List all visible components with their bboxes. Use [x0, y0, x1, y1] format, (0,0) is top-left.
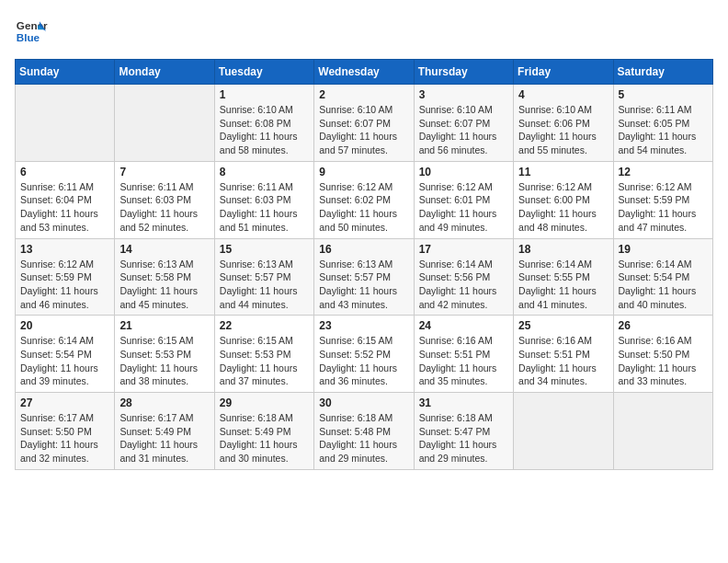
- calendar-cell: [514, 393, 613, 470]
- day-info: Sunrise: 6:10 AMSunset: 6:08 PMDaylight:…: [220, 103, 309, 157]
- day-info: Sunrise: 6:14 AMSunset: 5:54 PMDaylight:…: [619, 258, 708, 312]
- day-info: Sunrise: 6:12 AMSunset: 6:00 PMDaylight:…: [518, 180, 608, 235]
- calendar-cell: 18Sunrise: 6:14 AMSunset: 5:55 PMDayligh…: [514, 238, 613, 316]
- day-number: 13: [20, 243, 109, 256]
- calendar-week-row: 27Sunrise: 6:17 AMSunset: 5:50 PMDayligh…: [16, 393, 713, 470]
- day-number: 21: [119, 319, 209, 332]
- calendar-cell: 31Sunrise: 6:18 AMSunset: 5:47 PMDayligh…: [414, 393, 513, 470]
- calendar-cell: 2Sunrise: 6:10 AMSunset: 6:07 PMDaylight…: [314, 85, 414, 162]
- day-info: Sunrise: 6:14 AMSunset: 5:54 PMDaylight:…: [20, 334, 109, 388]
- weekday-header-wednesday: Wednesday: [314, 60, 414, 85]
- calendar-cell: 30Sunrise: 6:18 AMSunset: 5:48 PMDayligh…: [314, 393, 414, 470]
- day-info: Sunrise: 6:18 AMSunset: 5:47 PMDaylight:…: [419, 411, 508, 465]
- weekday-header-sunday: Sunday: [16, 60, 115, 85]
- calendar-cell: 6Sunrise: 6:11 AMSunset: 6:04 PMDaylight…: [16, 161, 115, 238]
- calendar-cell: [613, 393, 712, 470]
- calendar-cell: 15Sunrise: 6:13 AMSunset: 5:57 PMDayligh…: [214, 238, 313, 316]
- day-number: 2: [319, 88, 408, 101]
- weekday-header-row: SundayMondayTuesdayWednesdayThursdayFrid…: [16, 60, 713, 85]
- day-number: 3: [419, 88, 508, 101]
- calendar-cell: 16Sunrise: 6:13 AMSunset: 5:57 PMDayligh…: [314, 238, 414, 316]
- day-info: Sunrise: 6:12 AMSunset: 6:02 PMDaylight:…: [319, 180, 408, 235]
- day-number: 16: [319, 243, 408, 256]
- day-number: 15: [220, 243, 309, 256]
- day-number: 8: [220, 166, 309, 178]
- day-info: Sunrise: 6:13 AMSunset: 5:57 PMDaylight:…: [319, 258, 408, 312]
- day-number: 18: [518, 243, 608, 256]
- day-number: 10: [419, 166, 508, 178]
- day-info: Sunrise: 6:12 AMSunset: 5:59 PMDaylight:…: [619, 180, 708, 235]
- day-info: Sunrise: 6:15 AMSunset: 5:53 PMDaylight:…: [119, 334, 209, 388]
- day-number: 6: [20, 166, 109, 178]
- day-info: Sunrise: 6:10 AMSunset: 6:07 PMDaylight:…: [419, 103, 508, 157]
- calendar-cell: 12Sunrise: 6:12 AMSunset: 5:59 PMDayligh…: [613, 161, 712, 238]
- day-number: 12: [619, 166, 708, 178]
- calendar-week-row: 20Sunrise: 6:14 AMSunset: 5:54 PMDayligh…: [16, 316, 713, 393]
- logo: General Blue: [15, 15, 48, 48]
- calendar-cell: 23Sunrise: 6:15 AMSunset: 5:52 PMDayligh…: [314, 316, 414, 393]
- weekday-header-thursday: Thursday: [414, 60, 513, 85]
- weekday-header-monday: Monday: [115, 60, 214, 85]
- day-number: 11: [518, 166, 608, 178]
- svg-text:General: General: [17, 19, 48, 31]
- day-number: 27: [20, 396, 109, 409]
- day-info: Sunrise: 6:16 AMSunset: 5:51 PMDaylight:…: [419, 334, 508, 388]
- calendar-cell: 20Sunrise: 6:14 AMSunset: 5:54 PMDayligh…: [16, 316, 115, 393]
- day-number: 19: [619, 243, 708, 256]
- calendar-cell: 14Sunrise: 6:13 AMSunset: 5:58 PMDayligh…: [115, 238, 214, 316]
- calendar-cell: 29Sunrise: 6:18 AMSunset: 5:49 PMDayligh…: [214, 393, 313, 470]
- day-number: 22: [220, 319, 309, 332]
- day-info: Sunrise: 6:15 AMSunset: 5:52 PMDaylight:…: [319, 334, 408, 388]
- calendar-cell: [16, 85, 115, 162]
- calendar-week-row: 13Sunrise: 6:12 AMSunset: 5:59 PMDayligh…: [16, 238, 713, 316]
- page-header: General Blue: [15, 15, 713, 48]
- calendar-cell: 4Sunrise: 6:10 AMSunset: 6:06 PMDaylight…: [514, 85, 613, 162]
- weekday-header-friday: Friday: [514, 60, 613, 85]
- calendar-cell: 22Sunrise: 6:15 AMSunset: 5:53 PMDayligh…: [214, 316, 313, 393]
- day-info: Sunrise: 6:14 AMSunset: 5:56 PMDaylight:…: [419, 258, 508, 312]
- day-number: 4: [518, 88, 608, 101]
- calendar-cell: 9Sunrise: 6:12 AMSunset: 6:02 PMDaylight…: [314, 161, 414, 238]
- day-info: Sunrise: 6:11 AMSunset: 6:04 PMDaylight:…: [20, 180, 109, 235]
- day-info: Sunrise: 6:13 AMSunset: 5:58 PMDaylight:…: [119, 258, 209, 312]
- day-info: Sunrise: 6:16 AMSunset: 5:50 PMDaylight:…: [619, 334, 708, 388]
- day-info: Sunrise: 6:10 AMSunset: 6:06 PMDaylight:…: [518, 103, 608, 157]
- day-number: 20: [20, 319, 109, 332]
- day-number: 31: [419, 396, 508, 409]
- calendar-cell: 13Sunrise: 6:12 AMSunset: 5:59 PMDayligh…: [16, 238, 115, 316]
- day-info: Sunrise: 6:12 AMSunset: 5:59 PMDaylight:…: [20, 258, 109, 312]
- weekday-header-tuesday: Tuesday: [214, 60, 313, 85]
- day-number: 17: [419, 243, 508, 256]
- calendar-table: SundayMondayTuesdayWednesdayThursdayFrid…: [15, 59, 713, 470]
- calendar-cell: 21Sunrise: 6:15 AMSunset: 5:53 PMDayligh…: [115, 316, 214, 393]
- day-number: 24: [419, 319, 508, 332]
- day-number: 7: [119, 166, 209, 178]
- calendar-cell: 26Sunrise: 6:16 AMSunset: 5:50 PMDayligh…: [613, 316, 712, 393]
- calendar-cell: [115, 85, 214, 162]
- logo-icon: General Blue: [15, 15, 48, 48]
- day-number: 30: [319, 396, 408, 409]
- day-number: 14: [119, 243, 209, 256]
- day-number: 28: [119, 396, 209, 409]
- day-number: 23: [319, 319, 408, 332]
- day-info: Sunrise: 6:15 AMSunset: 5:53 PMDaylight:…: [220, 334, 309, 388]
- day-number: 25: [518, 319, 608, 332]
- calendar-cell: 11Sunrise: 6:12 AMSunset: 6:00 PMDayligh…: [514, 161, 613, 238]
- day-number: 29: [220, 396, 309, 409]
- calendar-week-row: 6Sunrise: 6:11 AMSunset: 6:04 PMDaylight…: [16, 161, 713, 238]
- calendar-cell: 1Sunrise: 6:10 AMSunset: 6:08 PMDaylight…: [214, 85, 313, 162]
- calendar-cell: 3Sunrise: 6:10 AMSunset: 6:07 PMDaylight…: [414, 85, 513, 162]
- calendar-cell: 7Sunrise: 6:11 AMSunset: 6:03 PMDaylight…: [115, 161, 214, 238]
- day-info: Sunrise: 6:17 AMSunset: 5:50 PMDaylight:…: [20, 411, 109, 465]
- day-number: 9: [319, 166, 408, 178]
- calendar-cell: 17Sunrise: 6:14 AMSunset: 5:56 PMDayligh…: [414, 238, 513, 316]
- day-info: Sunrise: 6:10 AMSunset: 6:07 PMDaylight:…: [319, 103, 408, 157]
- day-info: Sunrise: 6:11 AMSunset: 6:03 PMDaylight:…: [220, 180, 309, 235]
- day-number: 1: [220, 88, 309, 101]
- calendar-cell: 8Sunrise: 6:11 AMSunset: 6:03 PMDaylight…: [214, 161, 313, 238]
- day-info: Sunrise: 6:13 AMSunset: 5:57 PMDaylight:…: [220, 258, 309, 312]
- day-info: Sunrise: 6:18 AMSunset: 5:49 PMDaylight:…: [220, 411, 309, 465]
- calendar-cell: 25Sunrise: 6:16 AMSunset: 5:51 PMDayligh…: [514, 316, 613, 393]
- day-info: Sunrise: 6:11 AMSunset: 6:03 PMDaylight:…: [119, 180, 209, 235]
- calendar-cell: 27Sunrise: 6:17 AMSunset: 5:50 PMDayligh…: [16, 393, 115, 470]
